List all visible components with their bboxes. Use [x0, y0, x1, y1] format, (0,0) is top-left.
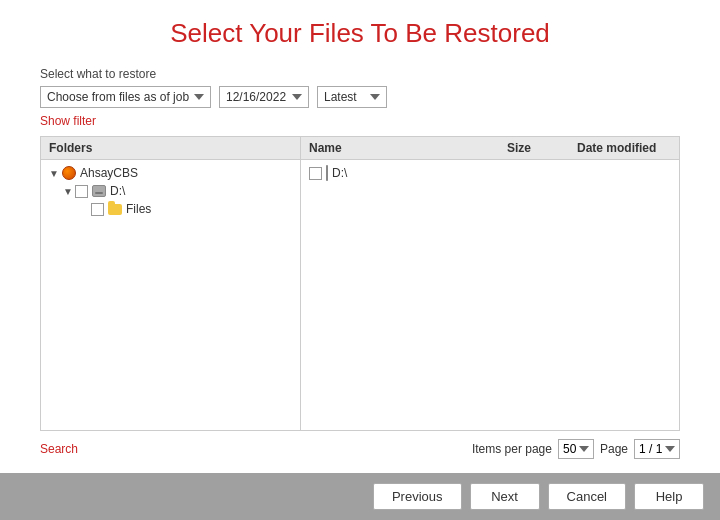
header-name: Name — [301, 137, 499, 159]
hdd-icon-file — [326, 166, 328, 180]
cancel-button[interactable]: Cancel — [548, 483, 626, 510]
checkbox-d[interactable] — [75, 185, 88, 198]
file-pane: Name Size Date modified D:\ — [301, 137, 679, 430]
tree-item-d[interactable]: ▼ D:\ — [45, 182, 296, 200]
tree-item-files[interactable]: ▶ Files — [45, 200, 296, 218]
main-content: Select Your Files To Be Restored Select … — [0, 0, 720, 473]
checkbox-files[interactable] — [91, 203, 104, 216]
select-what-label: Select what to restore — [40, 67, 680, 81]
date-dropdown[interactable]: 12/16/2022 — [219, 86, 309, 108]
tree-label-files: Files — [126, 202, 151, 216]
file-row[interactable]: D:\ — [305, 164, 675, 182]
show-filter-link[interactable]: Show filter — [40, 114, 680, 128]
header-date: Date modified — [569, 137, 679, 159]
file-panel: Folders ▼ AhsayCBS ▼ D:\ — [40, 136, 680, 431]
page-title: Select Your Files To Be Restored — [40, 18, 680, 49]
file-list: D:\ — [301, 160, 679, 430]
folder-icon-files — [107, 202, 123, 216]
bottom-bar: Search Items per page 50 Page 1 / 1 — [40, 431, 680, 463]
help-button[interactable]: Help — [634, 483, 704, 510]
page-select[interactable]: 1 / 1 — [634, 439, 680, 459]
search-link[interactable]: Search — [40, 442, 78, 456]
expand-ahsaycbs[interactable]: ▼ — [47, 166, 61, 180]
controls-row: Choose from files as of job 12/16/2022 L… — [40, 86, 680, 108]
expand-d[interactable]: ▼ — [61, 184, 75, 198]
tree-label-d: D:\ — [110, 184, 125, 198]
items-per-page-select[interactable]: 50 — [558, 439, 594, 459]
folder-pane: Folders ▼ AhsayCBS ▼ D:\ — [41, 137, 301, 430]
tree-container: ▼ AhsayCBS ▼ D:\ ▶ — [41, 160, 300, 222]
footer-bar: Previous Next Cancel Help — [0, 473, 720, 520]
tree-label-ahsaycbs: AhsayCBS — [80, 166, 138, 180]
folder-pane-header: Folders — [41, 137, 300, 160]
file-header: Name Size Date modified — [301, 137, 679, 160]
pagination-controls: Items per page 50 Page 1 / 1 — [472, 439, 680, 459]
header-size: Size — [499, 137, 569, 159]
hdd-icon-d — [91, 184, 107, 198]
job-dropdown[interactable]: Choose from files as of job — [40, 86, 211, 108]
page-wrapper: Select Your Files To Be Restored Select … — [0, 0, 720, 520]
items-per-page-label: Items per page — [472, 442, 552, 456]
previous-button[interactable]: Previous — [373, 483, 462, 510]
file-checkbox-d[interactable] — [309, 167, 322, 180]
latest-dropdown[interactable]: Latest — [317, 86, 387, 108]
file-name-d: D:\ — [332, 166, 491, 180]
next-button[interactable]: Next — [470, 483, 540, 510]
page-label: Page — [600, 442, 628, 456]
globe-icon — [61, 166, 77, 180]
tree-item-ahsaycbs[interactable]: ▼ AhsayCBS — [45, 164, 296, 182]
